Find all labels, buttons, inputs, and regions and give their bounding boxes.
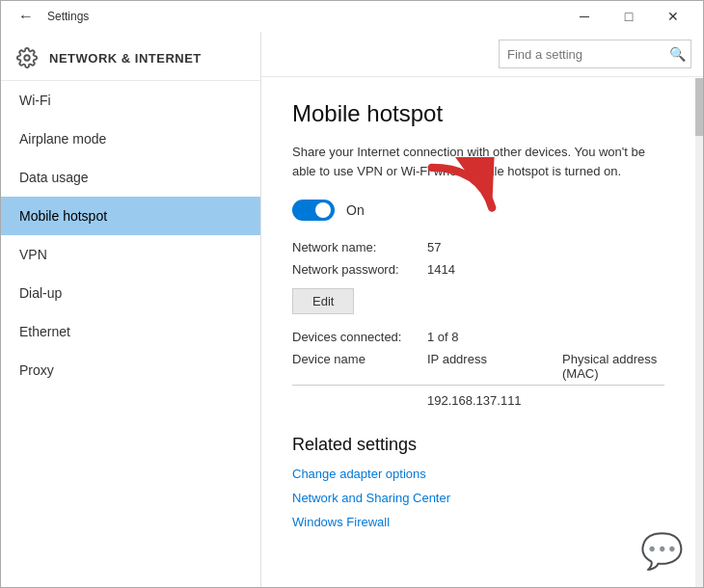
col-mac-header: Physical address (MAC) — [562, 352, 664, 381]
back-button[interactable]: ← — [13, 3, 40, 30]
maximize-button[interactable]: □ — [607, 1, 651, 32]
network-name-label: Network name: — [292, 240, 427, 254]
devices-connected-label: Devices connected: — [292, 330, 427, 344]
toggle-row: On — [292, 200, 664, 221]
devices-connected-value: 1 of 8 — [427, 330, 459, 344]
sidebar-nav: Wi-Fi Airplane mode Data usage Mobile ho… — [1, 81, 260, 587]
related-settings-title: Related settings — [292, 435, 664, 455]
minimize-button[interactable]: ─ — [562, 1, 607, 32]
scrollbar-track[interactable] — [695, 78, 703, 587]
network-name-row: Network name: 57 — [292, 240, 664, 254]
page-title: Mobile hotspot — [292, 100, 664, 127]
network-password-row: Network password: 1414 — [292, 262, 664, 277]
col-device-header: Device name — [292, 352, 427, 381]
search-box[interactable]: 🔍 — [499, 40, 691, 68]
toggle-label: On — [346, 202, 365, 218]
gear-icon — [16, 47, 38, 68]
toggle-thumb — [315, 202, 331, 218]
sidebar-header-title: NETWORK & INTERNET — [49, 51, 202, 66]
devices-connected-row: Devices connected: 1 of 8 — [292, 330, 664, 344]
sidebar-header: NETWORK & INTERNET — [1, 32, 260, 81]
sidebar-item-dialup[interactable]: Dial-up — [1, 274, 260, 312]
devices-table: Device name IP address Physical address … — [292, 352, 664, 412]
sidebar-item-vpn[interactable]: VPN — [1, 235, 260, 274]
col-ip-header: IP address — [427, 352, 562, 381]
sidebar-item-wifi[interactable]: Wi-Fi — [1, 81, 260, 120]
main-content: Mobile hotspot Share your Internet conne… — [261, 77, 703, 587]
table-row: 192.168.137.111 — [292, 389, 664, 412]
sidebar-item-proxy[interactable]: Proxy — [1, 351, 260, 389]
network-sharing-link[interactable]: Network and Sharing Center — [292, 491, 664, 505]
window-title: Settings — [47, 10, 89, 23]
ip-cell: 192.168.137.111 — [427, 393, 562, 408]
change-adapter-link[interactable]: Change adapter options — [292, 467, 664, 481]
sidebar-item-data-usage[interactable]: Data usage — [1, 158, 260, 197]
sidebar-item-ethernet[interactable]: Ethernet — [1, 312, 260, 351]
network-password-value: 1414 — [427, 262, 455, 277]
device-cell — [292, 393, 427, 408]
chat-bubble-icon: 💬 — [640, 531, 684, 572]
windows-firewall-link[interactable]: Windows Firewall — [292, 515, 664, 529]
sidebar-item-mobile-hotspot[interactable]: Mobile hotspot — [1, 197, 260, 235]
table-header: Device name IP address Physical address … — [292, 352, 664, 386]
toggle-track[interactable] — [292, 200, 335, 221]
svg-point-0 — [24, 55, 30, 61]
scrollbar-thumb[interactable] — [695, 78, 703, 136]
description-text: Share your Internet connection with othe… — [292, 143, 664, 180]
network-password-label: Network password: — [292, 262, 427, 277]
main-panel: 🔍 Mobile hotspot Share your Internet con… — [261, 32, 703, 587]
search-icon: 🔍 — [669, 46, 686, 62]
search-input[interactable] — [507, 47, 669, 62]
sidebar-item-airplane[interactable]: Airplane mode — [1, 120, 260, 158]
titlebar: ← Settings ─ □ ✕ — [1, 1, 703, 32]
hotspot-toggle[interactable] — [292, 200, 335, 221]
edit-button[interactable]: Edit — [292, 288, 354, 314]
window-controls: ─ □ ✕ — [562, 1, 695, 32]
network-name-value: 57 — [427, 240, 441, 254]
mac-cell — [562, 393, 664, 408]
close-button[interactable]: ✕ — [651, 1, 695, 32]
sidebar: NETWORK & INTERNET Wi-Fi Airplane mode D… — [1, 32, 261, 587]
main-header: 🔍 — [261, 32, 703, 77]
